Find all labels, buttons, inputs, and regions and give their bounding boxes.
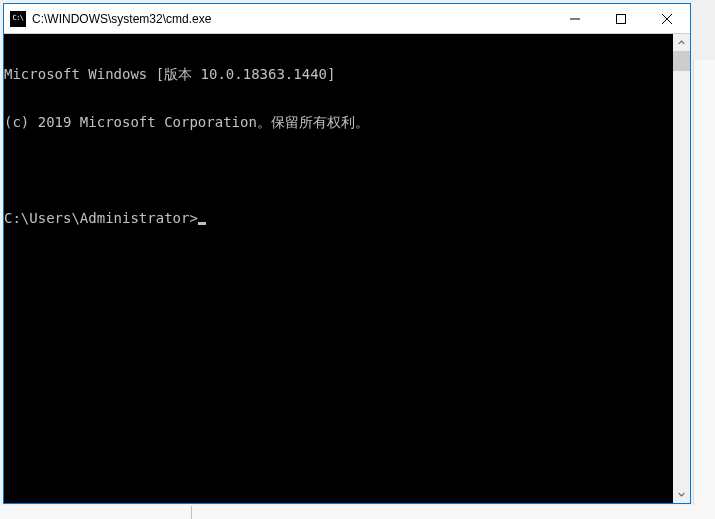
svg-rect-1: [617, 14, 626, 23]
close-icon: [662, 14, 672, 24]
cmd-window: C:\ C:\WINDOWS\system32\cmd.exe Microsof…: [3, 3, 691, 504]
titlebar[interactable]: C:\ C:\WINDOWS\system32\cmd.exe: [4, 4, 690, 34]
scroll-thumb[interactable]: [673, 51, 690, 71]
console-area[interactable]: Microsoft Windows [版本 10.0.18363.1440] (…: [4, 34, 673, 503]
scroll-track[interactable]: [673, 51, 690, 486]
console-prompt-line: C:\Users\Administrator>: [4, 210, 673, 226]
background-panel-bottom: [0, 505, 715, 519]
chevron-up-icon: [678, 39, 685, 46]
window-title: C:\WINDOWS\system32\cmd.exe: [32, 12, 552, 26]
console-blank-line: [4, 162, 673, 178]
console-output-line: Microsoft Windows [版本 10.0.18363.1440]: [4, 66, 673, 82]
console-output-line: (c) 2019 Microsoft Corporation。保留所有权利。: [4, 114, 673, 130]
cursor: [198, 222, 206, 225]
minimize-icon: [570, 14, 580, 24]
scroll-up-button[interactable]: [673, 34, 690, 51]
console-prompt: C:\Users\Administrator>: [4, 210, 198, 226]
minimize-button[interactable]: [552, 4, 598, 33]
background-divider: [191, 506, 192, 519]
scroll-down-button[interactable]: [673, 486, 690, 503]
close-button[interactable]: [644, 4, 690, 33]
console-wrapper: Microsoft Windows [版本 10.0.18363.1440] (…: [4, 34, 690, 503]
maximize-button[interactable]: [598, 4, 644, 33]
background-panel-right: [693, 60, 715, 515]
maximize-icon: [616, 14, 626, 24]
cmd-icon-text: C:\: [12, 15, 23, 22]
cmd-icon: C:\: [10, 11, 26, 27]
chevron-down-icon: [678, 491, 685, 498]
vertical-scrollbar[interactable]: [673, 34, 690, 503]
window-controls: [552, 4, 690, 33]
